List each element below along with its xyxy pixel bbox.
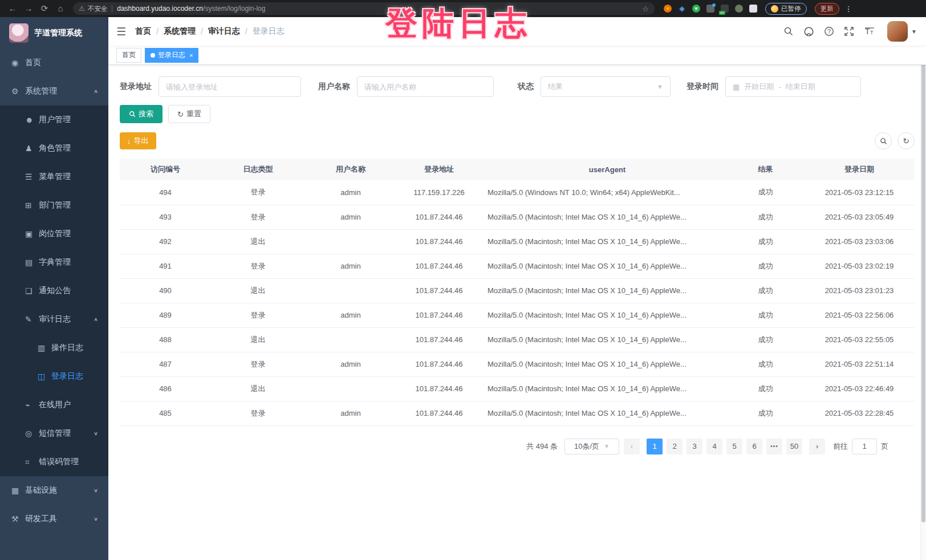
- login-log-icon: ◫: [38, 372, 51, 381]
- sidebar-item-notice[interactable]: ❏通知公告: [0, 277, 108, 305]
- sidebar-item-login-log[interactable]: ◫登录日志: [0, 362, 108, 391]
- sidebar-item-devtools[interactable]: ⚒研发工具∨: [0, 505, 108, 533]
- app-logo-image: [9, 23, 29, 43]
- browser-update-button[interactable]: 更新: [815, 3, 839, 15]
- sidebar-item-user[interactable]: ☻用户管理: [0, 105, 108, 134]
- extension-icon-gem[interactable]: ◆: [678, 5, 686, 13]
- export-button-label: 导出: [134, 136, 149, 146]
- cell-username: admin: [305, 205, 396, 229]
- cell-date: 2021-05-03 23:12:15: [804, 180, 915, 205]
- sidebar-item-sms[interactable]: ◎短信管理∨: [0, 419, 108, 448]
- export-button[interactable]: ↓ 导出: [120, 132, 156, 149]
- extension-icon-grid[interactable]: [706, 5, 714, 13]
- status-select[interactable]: 结果 ▼: [541, 76, 671, 97]
- extension-icon-tabs[interactable]: on: [721, 5, 729, 13]
- page-size-select[interactable]: 10条/页 ▼: [564, 439, 619, 455]
- sidebar-item-infra[interactable]: ▦基础设施∨: [0, 476, 108, 505]
- page-button-4[interactable]: 4: [706, 439, 722, 455]
- page-button-5[interactable]: 5: [726, 439, 742, 455]
- forward-icon[interactable]: →: [22, 0, 35, 17]
- sidebar-logo[interactable]: 芋道管理系统: [0, 17, 108, 48]
- cell-ip: 101.87.244.46: [396, 401, 482, 425]
- home-icon[interactable]: ⌂: [54, 0, 67, 17]
- page-scrollbar[interactable]: [920, 17, 926, 560]
- chevron-down-icon: ∨: [94, 488, 98, 493]
- search-button[interactable]: 搜索: [120, 105, 163, 123]
- search-icon[interactable]: [783, 26, 794, 36]
- address-bar[interactable]: ⚠ 不安全 dashboard.yudao.iocoder.cn/system/…: [73, 2, 655, 15]
- goto-page-input[interactable]: 1: [852, 439, 877, 455]
- goto-page: 前往 1 页: [833, 439, 888, 455]
- page-button-1[interactable]: 1: [647, 439, 663, 455]
- sidebar-item-label: 角色管理: [39, 143, 71, 153]
- sidebar-item-operate-log[interactable]: ▥操作日志: [0, 334, 108, 362]
- cell-useragent: Mozilla/5.0 (Windows NT 10.0; Win64; x64…: [482, 180, 727, 205]
- address-input[interactable]: [166, 83, 294, 91]
- breadcrumb-system[interactable]: 系统管理: [164, 26, 196, 36]
- tag-home[interactable]: 首页: [116, 48, 141, 63]
- page-button-6[interactable]: 6: [746, 439, 762, 455]
- sidebar-item-errcode[interactable]: ⌗错误码管理: [0, 448, 108, 476]
- reset-button[interactable]: ↻ 重置: [168, 105, 210, 123]
- cell-id: 489: [120, 303, 211, 327]
- cell-username: admin: [305, 401, 396, 425]
- edit-icon: ✎: [25, 315, 39, 324]
- fullscreen-icon[interactable]: [844, 26, 854, 36]
- user-menu[interactable]: ▼: [887, 21, 917, 42]
- breadcrumb-home[interactable]: 首页: [135, 26, 151, 36]
- extension-icon-puzzle[interactable]: [749, 5, 757, 13]
- sidebar-item-audit[interactable]: ✎审计日志∧: [0, 305, 108, 334]
- date-range-picker[interactable]: ▦ 开始日期 - 结束日期: [725, 76, 861, 97]
- cell-username: [305, 278, 396, 303]
- page-button-50[interactable]: 50: [786, 439, 802, 455]
- cell-id: 493: [120, 205, 211, 229]
- status-label: 状态: [518, 82, 534, 92]
- scrollbar-thumb[interactable]: [921, 49, 925, 522]
- extension-icon-orange[interactable]: [664, 5, 672, 13]
- sidebar-item-label: 基础设施: [25, 485, 57, 496]
- cell-useragent: Mozilla/5.0 (Macintosh; Intel Mac OS X 1…: [482, 327, 727, 352]
- sidebar-item-dept[interactable]: ⊞部门管理: [0, 191, 108, 220]
- app-window: ← → ⟳ ⌂ ⚠ 不安全 dashboard.yudao.iocoder.cn…: [0, 0, 926, 560]
- extension-icon-leaf[interactable]: [735, 5, 743, 13]
- profile-paused-pill[interactable]: 已暂停: [765, 3, 807, 15]
- refresh-table-button[interactable]: ↻: [897, 132, 915, 149]
- breadcrumb-audit[interactable]: 审计日志: [208, 26, 240, 36]
- username-input-wrap: [357, 76, 494, 97]
- url-text: dashboard.yudao.iocoder.cn/system/log/lo…: [117, 5, 265, 13]
- doc-icon: ▥: [38, 343, 51, 352]
- toggle-search-button[interactable]: [875, 132, 892, 149]
- github-icon[interactable]: [803, 26, 814, 37]
- hamburger-icon[interactable]: ☰: [116, 25, 126, 38]
- font-size-icon[interactable]: TT: [864, 26, 875, 36]
- help-icon[interactable]: ?: [824, 26, 834, 36]
- page-ellipsis[interactable]: •••: [766, 439, 782, 455]
- table-row: 493登录admin101.87.244.46Mozilla/5.0 (Maci…: [120, 205, 915, 229]
- sidebar-item-post[interactable]: ▣岗位管理: [0, 220, 108, 248]
- sidebar-item-role[interactable]: ♟角色管理: [0, 134, 108, 163]
- page-button-3[interactable]: 3: [687, 439, 702, 455]
- browser-menu-icon[interactable]: ⋮: [845, 5, 852, 13]
- sidebar-item-dict[interactable]: ▤字典管理: [0, 248, 108, 277]
- reload-icon[interactable]: ⟳: [38, 0, 51, 17]
- sidebar-item-label: 首页: [25, 58, 41, 68]
- cell-ip: 101.87.244.46: [396, 376, 482, 401]
- not-secure-label: 不安全: [88, 5, 108, 13]
- tag-login-log[interactable]: 登录日志 ×: [145, 48, 198, 63]
- close-icon[interactable]: ×: [189, 52, 193, 59]
- cell-ip: 101.87.244.46: [396, 229, 482, 254]
- username-input[interactable]: [364, 83, 486, 91]
- not-secure-badge[interactable]: ⚠ 不安全: [79, 5, 107, 13]
- bookmark-star-icon[interactable]: ☆: [642, 5, 649, 13]
- sidebar-item-home[interactable]: ◉首页: [0, 48, 108, 77]
- extension-icon-green[interactable]: ♥: [692, 5, 700, 13]
- page-button-2[interactable]: 2: [667, 439, 683, 455]
- sidebar-item-system[interactable]: ⚙系统管理∧: [0, 77, 108, 105]
- next-page-button[interactable]: ›: [809, 439, 825, 455]
- user-icon: ☻: [25, 115, 39, 124]
- prev-page-button[interactable]: ‹: [624, 439, 640, 455]
- back-icon[interactable]: ←: [6, 0, 19, 17]
- sidebar-item-label: 字典管理: [39, 257, 71, 267]
- sidebar-item-menu[interactable]: ☰菜单管理: [0, 163, 108, 191]
- sidebar-item-online[interactable]: ⌁在线用户: [0, 391, 108, 419]
